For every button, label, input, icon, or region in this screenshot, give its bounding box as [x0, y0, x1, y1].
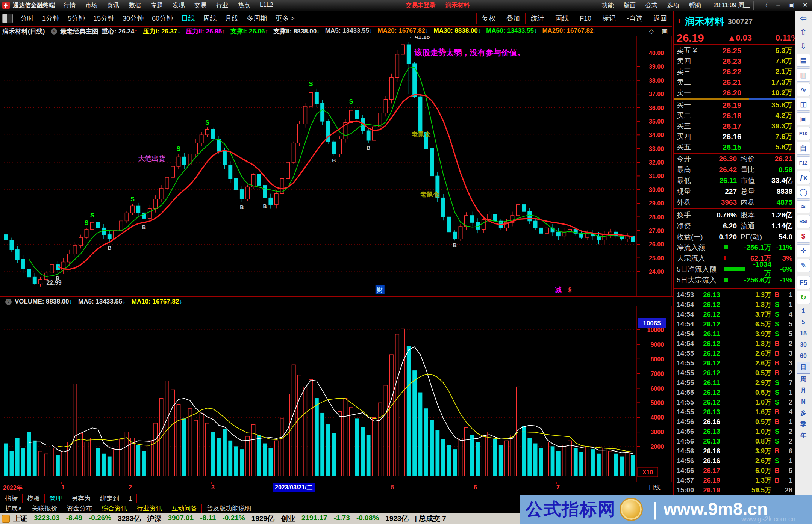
period-30分钟[interactable]: 30分钟: [118, 14, 148, 23]
transaction-row[interactable]: 14:5326.131.3万B1: [674, 290, 795, 300]
tool-返回[interactable]: 返回: [648, 13, 672, 24]
tab-另存为[interactable]: 另存为: [67, 494, 95, 503]
transaction-row[interactable]: 14:5526.112.9万S7: [674, 378, 795, 388]
template-name[interactable]: 最老经典主图: [60, 27, 98, 36]
transaction-row[interactable]: 14:5626.176.0万B5: [674, 466, 795, 476]
menu-item-热点[interactable]: 热点: [233, 2, 255, 9]
tab-综合资讯[interactable]: 综合资讯: [97, 504, 132, 513]
quote-list-icon[interactable]: ▤: [797, 54, 810, 67]
menu-item-L1L2[interactable]: L1L2: [255, 2, 278, 9]
draw-icon[interactable]: ✎: [797, 259, 810, 272]
current-stock-shortcut[interactable]: 润禾材料: [441, 2, 474, 9]
custom-icon[interactable]: 自: [797, 142, 810, 155]
sync-icon[interactable]: ◯: [797, 186, 810, 199]
header-tail-icons[interactable]: ◇ ▣: [649, 27, 674, 35]
period-更多 >[interactable]: 更多 >: [271, 14, 299, 23]
transaction-row[interactable]: 14:5726.191.3万B1: [674, 476, 795, 485]
crosshair-icon[interactable]: ✛: [797, 244, 810, 257]
layout-toggle-icon[interactable]: [2, 14, 13, 23]
transaction-row[interactable]: 14:5526.121.0万S2: [674, 397, 795, 407]
matrix-view-icon[interactable]: ▦: [797, 68, 810, 82]
minimize-icon[interactable]: –: [772, 1, 784, 10]
rsi-icon[interactable]: RSI: [797, 215, 810, 228]
menu-item-行情[interactable]: 行情: [59, 2, 80, 9]
menu-item-市场[interactable]: 市场: [80, 2, 102, 9]
tab-绑定到[interactable]: 绑定到: [95, 494, 124, 503]
period-月线[interactable]: 月线: [221, 14, 242, 23]
period-quick-30[interactable]: 30: [797, 339, 810, 350]
tool-画线[interactable]: 画线: [550, 13, 574, 24]
period-60分钟[interactable]: 60分钟: [148, 14, 177, 23]
menu-item-资讯[interactable]: 资讯: [102, 2, 124, 9]
maximize-icon[interactable]: ▣: [784, 1, 798, 10]
collapse-icon[interactable]: ∨: [5, 299, 12, 305]
period-quick-5[interactable]: 5: [797, 317, 810, 328]
transaction-row[interactable]: 15:0026.1959.5万28: [674, 485, 795, 495]
period-quick-季[interactable]: 季: [797, 419, 810, 430]
period-15分钟[interactable]: 15分钟: [89, 14, 118, 23]
menu-item-功能[interactable]: 功能: [597, 2, 619, 9]
menu-item-帮助[interactable]: 帮助: [684, 2, 706, 9]
trend-line-icon[interactable]: ∿: [797, 83, 810, 96]
menu-item-专题[interactable]: 专题: [146, 2, 168, 9]
tool-统计[interactable]: 统计: [525, 13, 550, 24]
transaction-row[interactable]: 14:5426.123.7万S4: [674, 310, 795, 319]
transaction-row[interactable]: 14:5426.121.3万S1: [674, 300, 795, 310]
menu-item-行业[interactable]: 行业: [211, 2, 233, 9]
tab-指标[interactable]: 指标: [0, 494, 23, 503]
tab-关联报价[interactable]: 关联报价: [27, 504, 62, 513]
wave-icon[interactable]: ≈: [797, 200, 810, 213]
transaction-row[interactable]: 14:5426.121.3万B2: [674, 339, 795, 349]
tab-扩展∧[interactable]: 扩展∧: [0, 504, 27, 513]
menu-item-版面[interactable]: 版面: [619, 2, 641, 9]
status-window-icon[interactable]: [2, 515, 10, 523]
candlestick-chart[interactable]: 24.0025.0026.0027.0028.0029.0030.0031.00…: [0, 36, 672, 296]
page-down-icon[interactable]: ⇩: [797, 40, 810, 52]
money-icon[interactable]: $: [797, 230, 810, 243]
volume-chart[interactable]: 2000300040005000600070008000900010000100…: [0, 306, 672, 482]
period-周线[interactable]: 周线: [199, 14, 221, 23]
period-quick-15[interactable]: 15: [797, 328, 810, 339]
tab-模板[interactable]: 模板: [22, 494, 45, 503]
f12-icon[interactable]: F12: [797, 156, 810, 169]
transaction-row[interactable]: 14:5626.160.5万B1: [674, 417, 795, 427]
collapse-icon[interactable]: 〈: [757, 1, 772, 10]
trade-login-status[interactable]: 交易未登录: [401, 2, 441, 9]
transaction-row[interactable]: 14:5526.120.5万S1: [674, 388, 795, 397]
period-quick-N[interactable]: N: [797, 396, 810, 408]
refresh-icon[interactable]: ↻: [797, 291, 810, 304]
menu-item-数据[interactable]: 数据: [124, 2, 146, 9]
collapse-icon[interactable]: ∨: [51, 28, 57, 35]
period-quick-多[interactable]: 多: [797, 408, 810, 419]
tick-transactions[interactable]: 14:5326.131.3万B114:5426.121.3万S114:5426.…: [674, 288, 795, 495]
multi-page-icon[interactable]: ▣: [797, 112, 810, 125]
transaction-row[interactable]: 14:5626.163.9万B6: [674, 446, 795, 456]
transaction-row[interactable]: 14:5526.120.5万B2: [674, 368, 795, 378]
kline-icon[interactable]: ◫: [797, 98, 810, 111]
transaction-row[interactable]: 14:5526.122.6万B3: [674, 349, 795, 358]
tab-管理[interactable]: 管理: [44, 494, 67, 503]
formula-icon[interactable]: ƒx: [797, 171, 810, 184]
period-5分钟[interactable]: 5分钟: [64, 14, 89, 23]
transaction-row[interactable]: 14:5626.130.8万S2: [674, 436, 795, 446]
period-quick-60[interactable]: 60: [797, 350, 810, 362]
tool-叠加[interactable]: 叠加: [501, 13, 525, 24]
page-up-icon[interactable]: ⇧: [797, 26, 810, 38]
transaction-row[interactable]: 14:5626.162.6万S1: [674, 456, 795, 466]
period-quick-年[interactable]: 年: [797, 430, 810, 441]
tab-行业资讯[interactable]: 行业资讯: [132, 504, 167, 513]
tab-互动问答[interactable]: 互动问答: [167, 504, 202, 513]
tab-1[interactable]: 1: [124, 494, 137, 503]
period-1分钟[interactable]: 1分钟: [38, 14, 64, 23]
menu-item-发现[interactable]: 发现: [168, 2, 189, 9]
period-分时[interactable]: 分时: [16, 14, 38, 23]
menu-item-交易[interactable]: 交易: [189, 2, 211, 9]
tab-资金分布[interactable]: 资金分布: [62, 504, 97, 513]
f10-icon[interactable]: F10: [797, 127, 810, 140]
f5-icon[interactable]: F5: [797, 276, 810, 289]
tool--自选[interactable]: -自选: [621, 13, 648, 24]
transaction-row[interactable]: 14:5526.131.6万B4: [674, 407, 795, 417]
tool-F10[interactable]: F10: [574, 13, 597, 24]
transaction-row[interactable]: 14:5526.122.6万B3: [674, 358, 795, 368]
period-日线[interactable]: 日线: [177, 14, 199, 23]
